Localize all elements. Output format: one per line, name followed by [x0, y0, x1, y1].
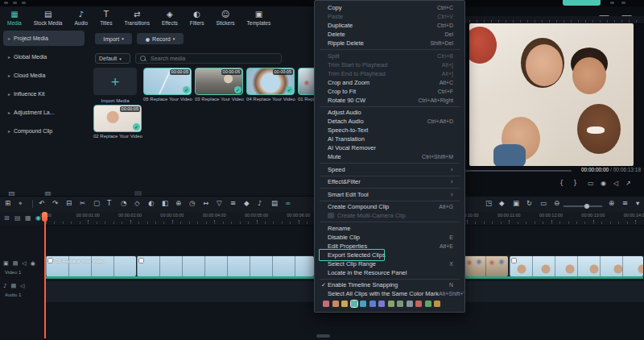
track-folder-icon[interactable]: ▤	[13, 260, 19, 267]
color-mark-swatch[interactable]	[351, 301, 357, 307]
color-mark-swatch[interactable]	[415, 301, 422, 307]
menu-item-enable-timeline-snapping[interactable]: ✓Enable Timeline SnappingN	[315, 280, 464, 289]
sidebar-item-global-media[interactable]: ▸Global Media	[3, 49, 85, 64]
marker-tool-icon[interactable]: ◆	[244, 199, 250, 207]
delete-icon[interactable]: ⊟	[66, 199, 72, 207]
zoom-slider-knob[interactable]	[584, 204, 589, 209]
window-menu-icon[interactable]	[22, 2, 26, 4]
effects-tool-icon[interactable]: ▽	[217, 199, 222, 207]
menu-item-export-selected-clips[interactable]: Export Selected Clips	[315, 251, 464, 259]
tab-stickers[interactable]: ☺Stickers	[213, 9, 237, 27]
menu-item-speed[interactable]: Speed›	[315, 165, 464, 174]
adjust-icon[interactable]: ≡	[230, 199, 236, 207]
color-mark-swatch[interactable]	[332, 301, 339, 307]
snapshot-icon[interactable]: ◉	[601, 180, 606, 187]
mark-out-icon[interactable]: }	[573, 180, 577, 187]
track-height-icon[interactable]: ≡	[622, 199, 628, 207]
minimize-icon[interactable]	[610, 2, 614, 4]
playhead-handle[interactable]	[42, 212, 47, 222]
sidebar-item-project-media[interactable]: ▸Project Media	[3, 31, 85, 46]
menu-item-detach-audio[interactable]: Detach AudioCtrl+Alt+D	[315, 117, 464, 126]
color-mark-swatch[interactable]	[360, 301, 366, 307]
text-tool-icon[interactable]: T	[107, 199, 111, 207]
menu-item-crop-to-fit[interactable]: Crop to FitCtrl+F	[315, 87, 464, 96]
timeline-clip-0[interactable]: 05 Replace Your Video	[46, 256, 136, 276]
tab-stock-media[interactable]: ▤Stock Media	[31, 9, 65, 27]
tab-filters[interactable]: ◐Filters	[188, 9, 207, 27]
webcam-icon[interactable]: ◉	[35, 214, 41, 222]
video-track-icon[interactable]: ▣	[3, 260, 9, 267]
sidebar-item-adjustment-la[interactable]: ▸Adjustment La...	[3, 105, 85, 120]
mask-icon[interactable]: ◧	[162, 199, 168, 207]
menu-item-smart-edit-tool[interactable]: Smart Edit Tool›	[315, 190, 464, 199]
media-thumbnail-03-replace-your-video[interactable]: 00:00:05✓03 Replace Your Video	[195, 68, 243, 102]
maximize-icon[interactable]	[621, 2, 625, 4]
tab-media[interactable]: ▦Media	[5, 9, 24, 27]
color-mark-swatch[interactable]	[341, 301, 348, 307]
refresh-icon[interactable]: ↻	[526, 199, 532, 207]
track-mute-icon[interactable]: ◁	[20, 283, 24, 289]
tab-templates[interactable]: ▣Templates	[245, 9, 274, 27]
marker-icon[interactable]: ◳	[485, 199, 492, 207]
mixer-icon[interactable]: ▤	[271, 199, 278, 207]
snap-icon[interactable]: ⊞	[5, 199, 10, 207]
zoom-out-icon[interactable]: ⊖	[554, 199, 559, 207]
timer-icon[interactable]: ◷	[189, 199, 195, 207]
color-mark-swatch[interactable]	[434, 301, 440, 307]
menu-item-speech-to-text[interactable]: Speech-to-Text	[315, 126, 464, 135]
timeline-clip-4[interactable]	[510, 256, 643, 276]
tab-effects[interactable]: ◈Effects	[159, 9, 180, 27]
speed-icon[interactable]: ◔	[121, 199, 126, 207]
color-mark-swatch[interactable]	[369, 301, 376, 307]
menu-item-rename[interactable]: Rename	[315, 224, 464, 233]
color-mark-swatch[interactable]	[407, 301, 413, 307]
menu-item-select-all-clips-with-the-same-color-mark[interactable]: Select All Clips with the Same Color Mar…	[315, 289, 464, 298]
zoom-slider[interactable]	[564, 205, 602, 207]
transform-icon[interactable]: ↔	[203, 199, 208, 207]
redo-icon[interactable]: ↷	[52, 199, 58, 207]
import-button[interactable]: Import ▾	[95, 33, 132, 44]
track-mute-icon[interactable]: ◁	[22, 260, 26, 267]
preview-seekbar[interactable]	[465, 170, 572, 172]
volume-icon[interactable]: ◁	[613, 180, 618, 187]
menu-item-locate-in-the-resource-panel[interactable]: Locate in the Resource Panel	[315, 268, 464, 277]
tab-audio[interactable]: ♪Audio	[72, 9, 91, 27]
sidebar-item-compound-clip[interactable]: ▸Compound Clip	[3, 123, 85, 139]
timeline-clip-1[interactable]	[137, 256, 314, 276]
track-folder-icon[interactable]: ▤	[10, 283, 16, 289]
mark-in-icon[interactable]: {	[559, 180, 564, 187]
menu-item-rotate-90-cw[interactable]: Rotate 90 CWCtrl+Alt+Right	[315, 96, 464, 105]
sidebar-item-influence-kit[interactable]: ▸Influence Kit	[3, 86, 85, 102]
color-mark-swatch[interactable]	[388, 301, 394, 307]
fit-timeline-icon[interactable]: ▭	[540, 199, 547, 207]
timeline-scrollbar[interactable]	[316, 334, 330, 338]
crop-icon[interactable]: ▢	[93, 199, 100, 207]
window-menu-icon[interactable]	[13, 2, 17, 4]
timeline-clip-3[interactable]	[463, 256, 508, 276]
media-thumbnail-05-replace-your-video[interactable]: 00:00:05✓05 Replace Your Video	[143, 68, 192, 102]
media-thumbnail-04-replace-your-video[interactable]: 00:00:05✓04 Replace Your Video	[246, 68, 295, 102]
color-mark-swatch[interactable]	[378, 301, 385, 307]
menu-item-ai-translation[interactable]: AI Translation	[315, 135, 464, 143]
manage-tracks-icon[interactable]: ▦	[25, 214, 31, 222]
menu-item-ripple-delete[interactable]: Ripple DeleteShift+Del	[315, 39, 464, 48]
color-mark-swatch[interactable]	[397, 301, 403, 307]
color-mark-swatch[interactable]	[323, 301, 329, 307]
tab-transitions[interactable]: ⇄Transitions	[122, 9, 152, 27]
window-menu-icon[interactable]	[4, 2, 8, 4]
voiceover-icon[interactable]: ♪	[258, 199, 262, 207]
display-icon[interactable]: ▭	[588, 180, 594, 187]
color-mark-swatch[interactable]	[425, 301, 431, 307]
record-button[interactable]: ● Record ▾	[137, 33, 184, 44]
undo-icon[interactable]: ↶	[39, 199, 44, 207]
menu-item-duplicate[interactable]: DuplicateCtrl+D	[315, 21, 464, 30]
menu-item-ai-vocal-remover[interactable]: AI Vocal Remover	[315, 143, 464, 152]
zoom-in-icon[interactable]: ⊕	[609, 199, 614, 207]
menu-item-copy[interactable]: CopyCtrl+C	[315, 3, 464, 12]
add-track-icon[interactable]: ⊞	[4, 214, 10, 222]
media-thumbnail-02-replace-your-video[interactable]: 00:00:05✓02 Replace Your Video	[93, 105, 142, 139]
fullscreen-icon[interactable]: ↗	[625, 180, 631, 187]
chroma-key-icon[interactable]: ◐	[148, 199, 154, 207]
motion-track-icon[interactable]: ⊕	[175, 199, 181, 207]
menu-item-create-compound-clip[interactable]: Create Compound ClipAlt+G	[315, 202, 464, 211]
